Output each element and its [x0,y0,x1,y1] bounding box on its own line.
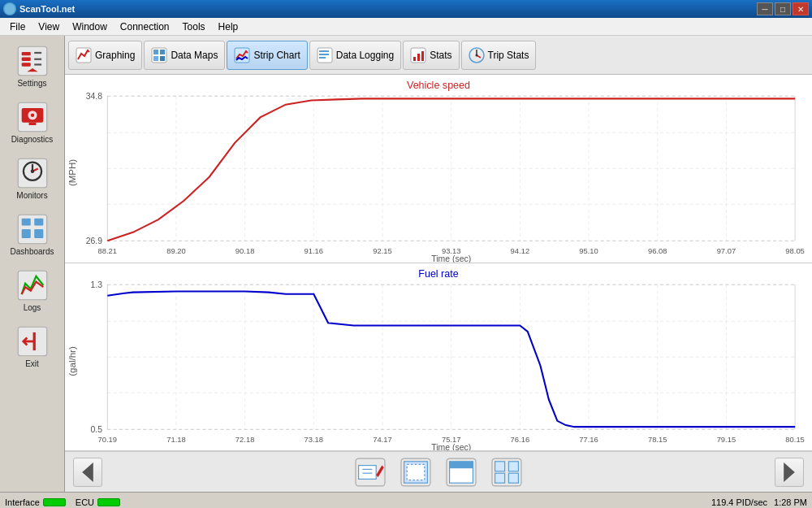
svg-point-9 [30,114,33,117]
svg-rect-31 [319,54,329,55]
prev-button[interactable] [73,458,102,487]
svg-text:Time (sec): Time (sec) [431,254,471,262]
svg-rect-26 [160,56,165,61]
datalogging-label: Data Logging [336,50,394,61]
settings-label: Settings [17,79,46,88]
exit-label: Exit [25,359,39,368]
sidebar-item-logs[interactable]: Logs [3,263,62,318]
settings-icon [16,45,49,77]
svg-text:94.12: 94.12 [511,246,530,255]
exit-icon [16,325,49,358]
menu-view[interactable]: View [32,20,66,34]
sidebar-item-diagnostics[interactable]: Diagnostics [3,95,62,150]
grid-button[interactable] [490,458,523,487]
svg-rect-113 [407,464,425,480]
svg-rect-18 [34,229,43,238]
svg-rect-23 [153,50,158,54]
svg-rect-107 [359,465,377,479]
svg-text:74.17: 74.17 [373,435,392,444]
minimize-button[interactable]: ─ [757,2,773,15]
menu-help[interactable]: Help [212,20,245,34]
sidebar-item-exit[interactable]: Exit [3,319,62,374]
svg-rect-120 [495,473,505,483]
svg-text:34.8: 34.8 [86,92,103,101]
logs-icon [16,269,49,302]
svg-text:96.08: 96.08 [648,246,667,255]
fuel-rate-chart: (gal/hr) Fuel rate [65,263,812,452]
sidebar-item-dashboards[interactable]: Dashboards [3,207,62,262]
datamaps-button[interactable]: Data Maps [144,41,225,70]
svg-rect-36 [421,51,424,61]
ecu-led [97,498,120,506]
titlebar: ScanTool.net ─ □ ✕ [0,0,812,18]
svg-text:91.16: 91.16 [304,246,324,255]
svg-text:(MPH): (MPH) [67,159,77,186]
zoom-fit-button[interactable] [400,458,432,487]
svg-rect-118 [495,461,505,471]
menubar: File View Window Connection Tools Help [0,18,812,36]
svg-rect-17 [21,229,30,238]
svg-rect-25 [153,56,158,61]
sidebar-item-settings[interactable]: Settings [3,39,62,93]
monitors-icon [16,157,49,189]
next-button[interactable] [775,458,804,487]
content-area: Graphing Data Maps [65,36,812,492]
tripstats-label: Trip Stats [488,50,529,61]
current-time: 1:28 PM [774,497,807,507]
svg-rect-119 [508,461,518,471]
svg-rect-35 [417,54,420,61]
stats-icon [410,47,426,63]
svg-text:1.3: 1.3 [90,280,102,289]
monitors-label: Monitors [16,191,47,200]
graphing-button[interactable]: Graphing [68,41,142,70]
svg-text:73.18: 73.18 [304,435,324,444]
diagnostics-label: Diagnostics [11,135,54,144]
svg-rect-3 [21,58,30,61]
maximize-button[interactable]: □ [775,2,791,15]
nav-center-buttons [354,458,523,487]
stripchart-icon [234,47,250,63]
svg-text:88.21: 88.21 [98,246,118,255]
close-button[interactable]: ✕ [793,2,809,15]
nav-bar [65,451,812,492]
svg-text:0.5: 0.5 [90,425,102,434]
svg-text:80.15: 80.15 [785,435,805,444]
stats-button[interactable]: Stats [403,41,459,70]
svg-text:95.10: 95.10 [579,246,598,255]
menu-tools[interactable]: Tools [176,20,212,34]
stripchart-button[interactable]: Strip Chart [227,41,307,70]
menu-connection[interactable]: Connection [114,20,176,34]
svg-text:97.07: 97.07 [717,246,736,255]
ecu-status: ECU [76,497,120,507]
svg-rect-32 [319,57,326,59]
svg-text:Vehicle speed: Vehicle speed [407,80,470,91]
bottombar: Interface ECU 119.4 PID/sec 1:28 PM [0,492,812,508]
svg-rect-39 [65,75,812,263]
sidebar-item-monitors[interactable]: Monitors [3,151,62,206]
interface-label: Interface [5,497,40,507]
dashboards-icon [16,213,49,245]
svg-text:Fuel rate: Fuel rate [418,267,458,279]
diagnostics-icon [16,101,49,133]
menu-file[interactable]: File [3,20,32,34]
dashboards-label: Dashboards [11,247,54,256]
tripstats-icon [469,47,485,63]
app-title: ScanTool.net [19,4,75,14]
edit-button[interactable] [354,458,387,487]
interface-status: Interface [5,497,66,507]
svg-text:90.18: 90.18 [235,246,255,255]
svg-marker-122 [784,462,795,482]
toolbar: Graphing Data Maps [65,36,812,75]
datalogging-button[interactable]: Data Logging [309,41,401,70]
svg-text:71.18: 71.18 [166,435,186,444]
svg-text:98.05: 98.05 [785,246,805,255]
svg-text:78.15: 78.15 [648,435,667,444]
svg-text:75.17: 75.17 [442,435,461,444]
tripstats-button[interactable]: Trip Stats [461,41,537,70]
svg-rect-24 [160,50,165,54]
svg-rect-116 [450,461,473,467]
graphing-label: Graphing [95,50,135,61]
window-button[interactable] [445,458,477,487]
vehicle-speed-chart: (MPH) Vehicle speed [65,75,812,263]
menu-window[interactable]: Window [66,20,114,34]
